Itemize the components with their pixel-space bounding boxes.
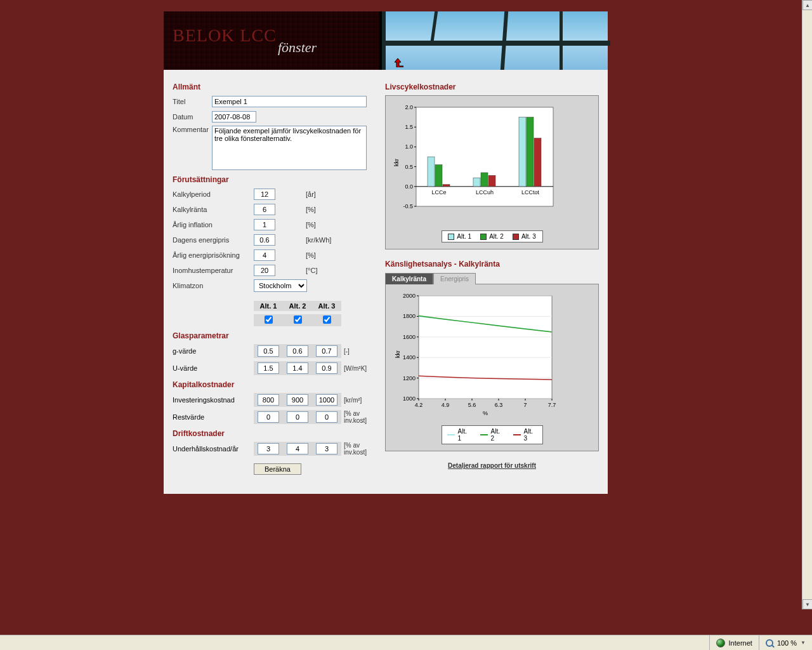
unit-inflation: [%] <box>306 221 316 229</box>
scroll-up-button[interactable]: ▲ <box>802 0 812 10</box>
tab-kalkylranta[interactable]: Kalkylränta <box>385 273 433 284</box>
svg-text:2000: 2000 <box>403 293 416 299</box>
sensitivity-tabs: Kalkylränta Energipris <box>385 272 599 284</box>
label-kalkylranta: Kalkylränta <box>173 206 254 213</box>
svg-text:1.5: 1.5 <box>405 124 414 130</box>
svg-text:1.0: 1.0 <box>405 143 414 150</box>
input-u-alt1[interactable] <box>258 362 279 374</box>
tab-energipris[interactable]: Energipris <box>433 273 476 284</box>
banner-subtitle: fönster <box>278 39 317 56</box>
input-energipris[interactable] <box>254 234 275 246</box>
input-rest-alt3[interactable] <box>316 411 337 423</box>
input-kalkylranta[interactable] <box>254 204 275 215</box>
unit-gvarde: [-] <box>341 348 377 355</box>
report-link-container: Detaljerad rapport för utskrift <box>385 461 599 469</box>
label-klimatzon: Klimatzon <box>173 282 254 289</box>
svg-text:5.6: 5.6 <box>468 402 476 408</box>
svg-text:7.7: 7.7 <box>548 402 556 408</box>
legend2-alt2: Alt. 2 <box>490 428 504 442</box>
col-header-alt1: Alt. 1 <box>254 301 283 311</box>
svg-text:6.3: 6.3 <box>495 402 503 408</box>
section-capital: Kapitalkostnader <box>173 380 379 389</box>
label-comment: Kommentar <box>173 126 212 133</box>
input-rest-alt1[interactable] <box>258 411 279 423</box>
chart-lcc-box: -0.50.00.51.01.52.0kkrLCCeLCCuhLCCtot Al… <box>385 95 599 249</box>
input-maint-alt3[interactable] <box>316 443 337 454</box>
unit-kalkylranta: [%] <box>306 206 316 213</box>
input-maint-alt1[interactable] <box>258 443 279 454</box>
label-date: Datum <box>173 113 212 121</box>
unit-rest: [% av inv.kost] <box>341 410 377 424</box>
up-arrow-icon[interactable] <box>392 58 403 67</box>
status-security-zone[interactable]: Internet <box>709 635 759 650</box>
input-inv-alt2[interactable] <box>287 394 308 406</box>
checkbox-alt1[interactable] <box>265 315 273 324</box>
heading-lcc: Livscykelkostnader <box>385 83 599 91</box>
svg-rect-16 <box>435 164 442 186</box>
select-klimatzon[interactable]: Stockholm <box>254 279 307 292</box>
section-assumptions: Förutsättningar <box>173 175 379 184</box>
legend-alt2: Alt. 2 <box>489 233 504 240</box>
label-maint: Underhållskostnad/år <box>173 445 254 453</box>
detailed-report-link[interactable]: Detaljerad rapport för utskrift <box>448 462 536 469</box>
input-inv-alt3[interactable] <box>316 394 337 406</box>
input-inv-alt1[interactable] <box>258 394 279 406</box>
scroll-down-button[interactable]: ▼ <box>802 599 812 609</box>
legend2-alt1: Alt. 1 <box>457 428 471 442</box>
results-column: Livscykelkostnader -0.50.00.51.01.52.0kk… <box>385 77 599 475</box>
svg-text:1000: 1000 <box>403 395 416 402</box>
vertical-scrollbar[interactable]: ▲ ▼ <box>802 0 812 609</box>
input-g-alt3[interactable] <box>316 345 337 357</box>
form-column: Allmänt Titel Datum Kommentar Förutsättn… <box>173 77 379 475</box>
checkbox-alt3[interactable] <box>323 315 331 324</box>
input-u-alt3[interactable] <box>316 362 337 374</box>
svg-rect-25 <box>534 138 541 187</box>
banner-title: BELOK LCC <box>173 25 277 46</box>
section-operating: Driftkostnader <box>173 429 379 438</box>
svg-text:4.2: 4.2 <box>415 402 423 408</box>
svg-text:7: 7 <box>524 402 527 408</box>
input-maint-alt2[interactable] <box>287 443 308 454</box>
calculate-button[interactable]: Beräkna <box>254 463 301 475</box>
svg-rect-23 <box>519 117 526 187</box>
svg-text:2.0: 2.0 <box>405 104 414 110</box>
unit-invest: [kr/m²] <box>341 397 377 404</box>
input-kalkylperiod[interactable] <box>254 189 275 200</box>
unit-energiprisokning: [%] <box>306 251 316 259</box>
zoom-icon <box>766 639 773 647</box>
input-date[interactable] <box>212 111 256 123</box>
svg-text:%: % <box>483 410 488 416</box>
section-glass: Glasparametrar <box>173 331 379 340</box>
label-inomhustemp: Inomhustemperatur <box>173 267 254 274</box>
input-title[interactable] <box>212 96 367 107</box>
status-zoom[interactable]: 100 % ▼ <box>759 635 812 650</box>
heading-sensitivity: Känslighetsanalys - Kalkylränta <box>385 260 599 269</box>
label-uvarde: U-värde <box>173 364 254 372</box>
checkbox-alt2[interactable] <box>294 315 302 324</box>
input-energiprisokning[interactable] <box>254 249 275 261</box>
unit-uvarde: [W/m²K] <box>341 365 377 372</box>
input-rest-alt2[interactable] <box>287 411 308 423</box>
svg-text:1800: 1800 <box>403 313 416 319</box>
input-inomhustemp[interactable] <box>254 265 275 276</box>
section-general: Allmänt <box>173 83 379 91</box>
input-g-alt2[interactable] <box>287 345 308 357</box>
input-inflation[interactable] <box>254 219 275 230</box>
svg-text:LCCtot: LCCtot <box>521 189 540 196</box>
input-comment[interactable] <box>212 126 367 170</box>
chevron-down-icon: ▼ <box>801 640 806 646</box>
svg-text:kkr: kkr <box>395 350 401 358</box>
svg-text:1600: 1600 <box>403 334 416 340</box>
svg-text:LCCuh: LCCuh <box>476 189 494 196</box>
legend-sensitivity: Alt. 1 Alt. 2 Alt. 3 <box>442 425 543 444</box>
svg-rect-21 <box>488 175 495 186</box>
input-u-alt2[interactable] <box>287 362 308 374</box>
input-g-alt1[interactable] <box>258 345 279 357</box>
unit-energipris: [kr/kWh] <box>306 236 331 244</box>
label-inflation: Årlig inflation <box>173 221 254 229</box>
legend-alt1: Alt. 1 <box>457 233 471 240</box>
label-kalkylperiod: Kalkylperiod <box>173 190 254 198</box>
banner-photo <box>379 11 608 70</box>
chart-lcc: -0.50.00.51.01.52.0kkrLCCeLCCuhLCCtot <box>392 102 557 223</box>
status-bar: Internet 100 % ▼ <box>0 635 812 650</box>
